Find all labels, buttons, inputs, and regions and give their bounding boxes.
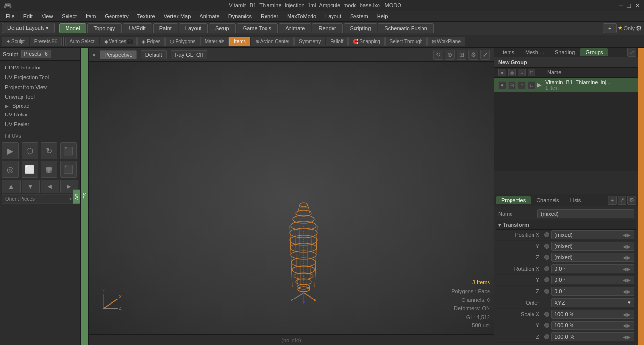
uv-relax-tool[interactable]: UV Relax [2, 110, 78, 119]
auto-select-button[interactable]: Auto Select [65, 37, 99, 46]
menu-item-vertex map[interactable]: Vertex Map [160, 12, 195, 20]
tool-btn-4[interactable]: ⬛ [60, 142, 77, 159]
menu-item-animate[interactable]: Animate [196, 12, 223, 20]
rotation-x-dot[interactable] [544, 266, 549, 271]
left-presets-button[interactable]: Presets F6 [21, 50, 51, 58]
uv-projection-tool[interactable]: UV Projection Tool [2, 72, 78, 82]
item-render-icon[interactable]: ○ [518, 81, 526, 89]
position-y-field[interactable]: (mixed) ◀▶ [551, 242, 634, 251]
uv-peeler-tool[interactable]: UV Peeler [2, 119, 78, 129]
rotation-z-field[interactable]: 0.0 ° ◀▶ [551, 287, 634, 296]
select-through-button[interactable]: Select Through [385, 37, 427, 46]
menu-item-view[interactable]: View [38, 12, 57, 20]
menu-item-texture[interactable]: Texture [133, 12, 159, 20]
uv-badge[interactable]: UV [73, 189, 80, 204]
menu-item-layout[interactable]: Layout [321, 12, 345, 20]
tab-topology[interactable]: Topology [87, 23, 121, 33]
position-y-dot[interactable] [544, 244, 549, 249]
default-mode[interactable]: Default [141, 50, 167, 59]
lists-tab[interactable]: Lists [565, 196, 586, 204]
project-from-view-tool[interactable]: Project from View [2, 82, 78, 92]
position-z-arrows[interactable]: ◀▶ [623, 255, 631, 260]
tool-btn-2[interactable]: ⬡ [22, 142, 38, 159]
tab-mesh[interactable]: Mesh ... [520, 48, 549, 56]
render-icon[interactable]: ○ [518, 69, 526, 76]
symmetry-button[interactable]: Symmetry [294, 37, 325, 46]
position-x-field[interactable]: (mixed) ◀▶ [551, 230, 634, 239]
arrow-down-button[interactable]: ▼ [22, 180, 40, 193]
tab-animate[interactable]: Animate [279, 23, 311, 33]
minimize-button[interactable]: ─ [619, 2, 623, 9]
scale-z-field[interactable]: 100.0 % ◀▶ [551, 332, 634, 341]
window-controls[interactable]: ─ □ ✕ [619, 2, 640, 9]
tool-btn-1[interactable]: ▶ [2, 142, 19, 159]
viewport-dot[interactable]: ● [92, 51, 96, 58]
sculpt-button[interactable]: ✦ Sculpt [2, 37, 29, 46]
add-tab-button[interactable]: + [603, 23, 617, 33]
position-z-dot[interactable] [544, 255, 549, 260]
position-x-arrows[interactable]: ◀▶ [623, 232, 631, 238]
ray-gl-mode[interactable]: Ray GL: Off [171, 50, 208, 59]
eye-icon[interactable]: ● [498, 69, 506, 76]
menu-item-system[interactable]: System [346, 12, 372, 20]
tool-btn-5[interactable]: ◎ [2, 161, 19, 178]
tab-render-mode[interactable]: Render [312, 23, 342, 33]
position-x-dot[interactable] [544, 232, 549, 237]
tab-groups[interactable]: Groups [580, 48, 608, 56]
list-item-row[interactable]: ● ◎ ○ □ ▶ Vitamin_B1_Thiamine_Inj... 1 I… [494, 78, 638, 92]
items-button[interactable]: Items [229, 37, 250, 46]
scale-x-arrows[interactable]: ◀▶ [623, 312, 631, 317]
maximize-button[interactable]: □ [627, 2, 631, 9]
menu-item-file[interactable]: File [2, 12, 19, 20]
solo-icon[interactable]: □ [528, 69, 535, 76]
scale-y-arrows[interactable]: ◀▶ [623, 323, 631, 328]
arrow-up-button[interactable]: ▲ [2, 180, 21, 193]
position-y-arrows[interactable]: ◀▶ [623, 244, 631, 249]
position-z-field[interactable]: (mixed) ◀▶ [551, 253, 634, 262]
menu-item-help[interactable]: Help [373, 12, 392, 20]
item-lock-icon[interactable]: ◎ [508, 81, 516, 89]
viewport-canvas[interactable]: X Y Z 3 Items Polygons : Face Channels: … [89, 62, 494, 334]
vp-settings-icon[interactable]: ⚙ [468, 50, 478, 60]
tab-uvedit[interactable]: UVEdit [123, 23, 152, 33]
vp-expand-icon[interactable]: ⤢ [480, 50, 490, 60]
scale-x-dot[interactable] [544, 312, 549, 317]
order-select[interactable]: XYZ ▾ [551, 298, 634, 307]
scale-y-field[interactable]: 100.0 % ◀▶ [551, 321, 634, 330]
menu-item-dynamics[interactable]: Dynamics [224, 12, 256, 20]
snapping-button[interactable]: 🧲 Snapping [348, 37, 384, 46]
tab-shading[interactable]: Shading [550, 48, 579, 56]
props-add-icon[interactable]: + [608, 196, 617, 205]
menu-item-item[interactable]: Item [82, 12, 100, 20]
transform-section[interactable]: Transform [496, 220, 636, 230]
rotation-z-arrows[interactable]: ◀▶ [623, 289, 631, 294]
rotation-x-arrows[interactable]: ◀▶ [623, 266, 631, 272]
vtab-s[interactable]: S... [81, 48, 88, 345]
props-settings-icon[interactable]: ⚙ [627, 196, 636, 205]
scale-y-dot[interactable] [544, 323, 549, 328]
lock-icon[interactable]: ◎ [508, 69, 516, 76]
action-center-button[interactable]: ⊕ Action Center [251, 37, 294, 46]
tool-btn-6[interactable]: ⬜ [22, 161, 38, 178]
presets-button[interactable]: Presets F6 [30, 37, 62, 46]
rotation-z-dot[interactable] [544, 289, 549, 294]
menu-item-render[interactable]: Render [257, 12, 282, 20]
tab-model[interactable]: Model [59, 23, 87, 33]
menu-item-select[interactable]: Select [58, 12, 81, 20]
name-value-field[interactable]: (mixed) [537, 209, 634, 218]
vp-zoom-icon[interactable]: ⊕ [445, 50, 455, 60]
perspective-mode[interactable]: Perspective [100, 50, 136, 59]
close-button[interactable]: ✕ [635, 2, 640, 9]
materials-button[interactable]: Materials [200, 37, 229, 46]
tab-scripting[interactable]: Scripting [344, 23, 378, 33]
scale-z-arrows[interactable]: ◀▶ [623, 334, 631, 340]
workplane-button[interactable]: ⊞ WorkPlane [427, 37, 465, 46]
vp-rotate-icon[interactable]: ↻ [433, 50, 443, 60]
menu-item-edit[interactable]: Edit [20, 12, 37, 20]
default-layouts-dropdown[interactable]: Default Layouts ▾ [2, 23, 55, 33]
props-expand-icon[interactable]: ⤢ [618, 196, 626, 205]
tool-btn-7[interactable]: ▦ [41, 161, 57, 178]
rotation-y-dot[interactable] [544, 277, 549, 282]
udim-indicator-tool[interactable]: UDIM Indicator [2, 63, 78, 72]
arrow-left-button[interactable]: ◄ [41, 180, 59, 193]
